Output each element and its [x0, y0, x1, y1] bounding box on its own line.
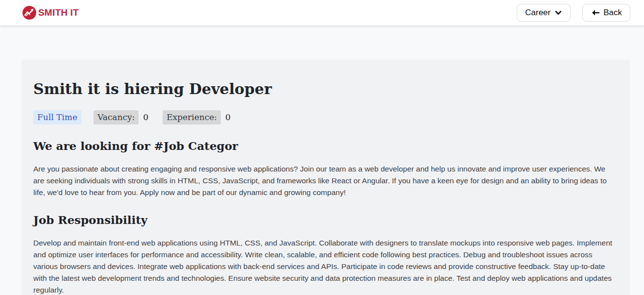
job-responsibility-heading: Job Responsibility	[33, 213, 618, 226]
job-category-description: Are you passionate about creating engagi…	[33, 163, 618, 198]
job-details-card: Smith it is hiering Developer Full Time …	[22, 60, 630, 295]
vacancy-value: 0	[143, 112, 148, 122]
back-button[interactable]: Back	[582, 4, 630, 22]
job-meta-badges: Full Time Vacancy: 0 Experience: 0	[33, 110, 618, 124]
trending-up-chart-icon	[22, 5, 37, 20]
arrow-left-icon	[591, 9, 599, 17]
job-responsibility-description: Develop and maintain front-end web appli…	[33, 237, 618, 295]
top-navbar: SMITH IT Career Back	[0, 0, 644, 25]
employment-type-badge: Full Time	[33, 110, 81, 124]
experience-label-badge: Experience:	[163, 110, 221, 124]
header-actions: Career Back	[517, 4, 630, 22]
brand-name: SMITH IT	[38, 7, 79, 18]
career-dropdown-label: Career	[525, 8, 550, 18]
experience-value: 0	[225, 112, 231, 122]
vacancy-label-badge: Vacancy:	[94, 110, 139, 124]
brand-logo-link[interactable]: SMITH IT	[22, 5, 79, 20]
career-dropdown-button[interactable]: Career	[517, 4, 571, 22]
chevron-down-icon	[554, 9, 562, 17]
back-button-label: Back	[603, 8, 622, 18]
job-title: Smith it is hiering Developer	[33, 80, 618, 98]
job-category-heading: We are looking for #Job Categor	[33, 139, 618, 152]
